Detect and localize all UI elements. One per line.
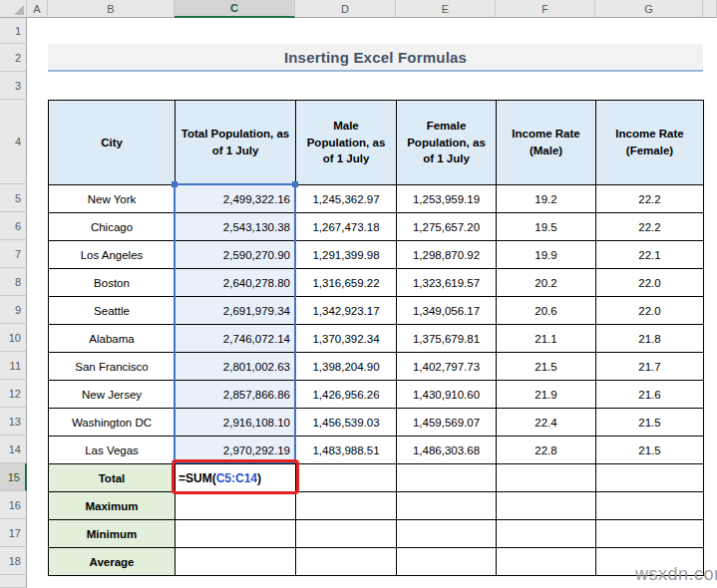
city-cell[interactable]: Seattle — [49, 297, 176, 325]
value-cell[interactable]: 2,499,322.16 — [176, 185, 296, 213]
value-cell[interactable]: 20.2 — [497, 269, 596, 297]
empty-cell[interactable] — [176, 548, 296, 576]
city-cell[interactable]: Las Vegas — [49, 437, 176, 464]
value-cell[interactable]: 1,459,569.07 — [397, 409, 497, 437]
column-header-D[interactable]: D — [295, 0, 396, 18]
value-cell[interactable]: 1,486,303.68 — [397, 437, 497, 464]
select-all-corner[interactable] — [0, 0, 27, 18]
value-cell[interactable]: 1,370,392.34 — [296, 325, 397, 353]
value-cell[interactable]: 22.0 — [596, 297, 704, 325]
city-cell[interactable]: Chicago — [49, 213, 176, 241]
value-cell[interactable]: 1,483,988.51 — [296, 437, 397, 464]
empty-cell[interactable] — [296, 464, 397, 492]
row-header-2[interactable]: 2 — [0, 44, 27, 72]
value-cell[interactable]: 22.2 — [596, 213, 704, 241]
empty-cell[interactable] — [176, 520, 296, 548]
value-cell[interactable]: 22.0 — [596, 269, 704, 297]
city-cell[interactable]: New York — [49, 185, 176, 213]
value-cell[interactable]: 2,543,130.38 — [176, 213, 296, 241]
value-cell[interactable]: 2,916,108.10 — [176, 409, 296, 437]
city-cell[interactable]: Los Angeles — [49, 241, 176, 269]
empty-cell[interactable] — [296, 520, 397, 548]
value-cell[interactable]: 1,275,657.20 — [397, 213, 497, 241]
row-header-14[interactable]: 14 — [0, 436, 27, 463]
value-cell[interactable]: 1,430,910.60 — [397, 381, 497, 409]
summary-label-cell[interactable]: Average — [49, 548, 176, 576]
empty-cell[interactable] — [497, 548, 596, 576]
value-cell[interactable]: 1,456,539.03 — [296, 409, 397, 437]
value-cell[interactable]: 22.4 — [497, 409, 596, 437]
value-cell[interactable]: 22.1 — [596, 241, 704, 269]
row-header-3[interactable]: 3 — [0, 72, 27, 100]
value-cell[interactable]: 1,298,870.92 — [397, 241, 497, 269]
row-header-15[interactable]: 15 — [0, 463, 27, 491]
row-header-12[interactable]: 12 — [0, 380, 27, 408]
value-cell[interactable]: 22.8 — [497, 437, 596, 464]
empty-cell[interactable] — [596, 464, 704, 492]
value-cell[interactable]: 1,323,619.57 — [397, 269, 497, 297]
column-header-C[interactable]: C — [175, 0, 295, 18]
value-cell[interactable]: 21.7 — [596, 353, 704, 381]
empty-cell[interactable] — [176, 492, 296, 520]
formula-cell[interactable]: =SUM(C5:C14) — [176, 464, 296, 492]
city-cell[interactable]: San Francisco — [49, 353, 176, 381]
summary-label-cell[interactable]: Minimum — [49, 520, 176, 548]
empty-cell[interactable] — [497, 464, 596, 492]
value-cell[interactable]: 2,590,270.90 — [176, 241, 296, 269]
value-cell[interactable]: 1,398,204.90 — [296, 353, 397, 381]
value-cell[interactable]: 21.6 — [596, 381, 704, 409]
empty-cell[interactable] — [397, 520, 497, 548]
column-header-E[interactable]: E — [396, 0, 496, 18]
row-header-13[interactable]: 13 — [0, 408, 27, 436]
column-header-G[interactable]: G — [595, 0, 703, 18]
value-cell[interactable]: 2,857,866.86 — [176, 381, 296, 409]
empty-cell[interactable] — [596, 492, 704, 520]
empty-cell[interactable] — [497, 492, 596, 520]
empty-cell[interactable] — [497, 520, 596, 548]
value-cell[interactable]: 2,970,292.19 — [176, 437, 296, 464]
column-header-F[interactable]: F — [496, 0, 595, 18]
value-cell[interactable]: 1,402,797.73 — [397, 353, 497, 381]
value-cell[interactable]: 2,801,002.63 — [176, 353, 296, 381]
value-cell[interactable]: 21.9 — [497, 381, 596, 409]
table-header-cell[interactable]: City — [49, 101, 176, 185]
summary-label-cell[interactable]: Total — [49, 464, 176, 492]
row-header-18[interactable]: 18 — [0, 547, 27, 575]
row-header-6[interactable]: 6 — [0, 212, 27, 240]
table-header-cell[interactable]: Male Population, as of 1 July — [296, 101, 397, 185]
value-cell[interactable]: 1,253,959.19 — [397, 185, 497, 213]
row-header-16[interactable]: 16 — [0, 491, 27, 519]
value-cell[interactable]: 19.2 — [497, 185, 596, 213]
summary-label-cell[interactable]: Maximum — [49, 492, 176, 520]
value-cell[interactable]: 21.5 — [497, 353, 596, 381]
value-cell[interactable]: 1,375,679.81 — [397, 325, 497, 353]
worksheet-title-cell[interactable]: Inserting Excel Formulas — [48, 44, 703, 72]
value-cell[interactable]: 1,349,056.17 — [397, 297, 497, 325]
value-cell[interactable]: 2,640,278.80 — [176, 269, 296, 297]
empty-cell[interactable] — [596, 520, 704, 548]
value-cell[interactable]: 1,245,362.97 — [296, 185, 397, 213]
table-header-cell[interactable]: Female Population, as of 1 July — [397, 101, 497, 185]
value-cell[interactable]: 19.9 — [497, 241, 596, 269]
row-header-4[interactable]: 4 — [0, 100, 27, 184]
row-header-5[interactable]: 5 — [0, 184, 27, 212]
city-cell[interactable]: Boston — [49, 269, 176, 297]
row-header-8[interactable]: 8 — [0, 268, 27, 296]
value-cell[interactable]: 19.5 — [497, 213, 596, 241]
empty-cell[interactable] — [397, 548, 497, 576]
table-header-cell[interactable]: Income Rate (Female) — [596, 101, 704, 185]
column-header-partial[interactable] — [703, 0, 717, 18]
value-cell[interactable]: 2,746,072.14 — [176, 325, 296, 353]
value-cell[interactable]: 2,691,979.34 — [176, 297, 296, 325]
row-header-partial[interactable] — [0, 575, 27, 588]
row-header-1[interactable]: 1 — [0, 18, 27, 44]
table-header-cell[interactable]: Total Population, as of 1 July — [176, 101, 296, 185]
empty-cell[interactable] — [397, 492, 497, 520]
value-cell[interactable]: 21.5 — [596, 409, 704, 437]
row-header-7[interactable]: 7 — [0, 240, 27, 268]
value-cell[interactable]: 21.5 — [596, 437, 704, 464]
value-cell[interactable]: 20.6 — [497, 297, 596, 325]
empty-cell[interactable] — [397, 464, 497, 492]
row-header-11[interactable]: 11 — [0, 352, 27, 380]
row-header-9[interactable]: 9 — [0, 296, 27, 324]
